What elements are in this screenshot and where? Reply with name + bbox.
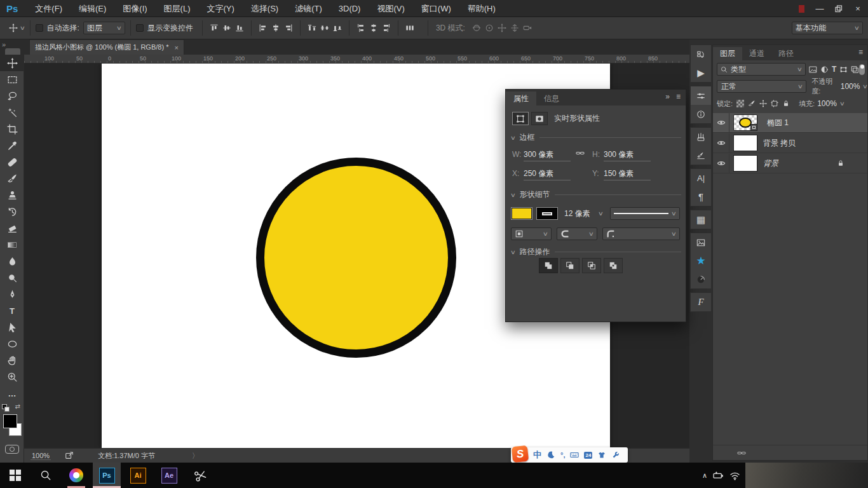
info-panel-button[interactable] <box>691 105 711 123</box>
panel-menu-icon[interactable]: ≡ <box>676 92 681 101</box>
visibility-toggle[interactable] <box>713 133 729 153</box>
align-top-edges-icon[interactable] <box>210 24 219 32</box>
tool-dodge[interactable] <box>0 269 24 286</box>
collapse-panel-icon[interactable]: » <box>665 92 670 101</box>
tool-clone-stamp[interactable] <box>0 187 24 203</box>
actions-panel-button[interactable]: ▶ <box>691 64 711 82</box>
border-section-header[interactable]: ∨ 边框 <box>511 132 681 143</box>
keyboard-icon[interactable] <box>570 451 579 459</box>
auto-select-checkbox[interactable] <box>36 24 43 32</box>
distribute-bottom-edges-icon[interactable] <box>333 24 342 32</box>
layer-name[interactable]: 背景 拷贝 <box>763 138 796 149</box>
favorites-panel-button[interactable]: ★ <box>691 252 711 270</box>
layer-thumbnail[interactable] <box>733 155 757 172</box>
workspace-switcher[interactable]: 基本功能 ∨ <box>792 22 863 34</box>
align-bottom-edges-icon[interactable] <box>235 24 244 32</box>
skin-shirt-icon[interactable] <box>597 451 606 459</box>
battery-icon[interactable] <box>713 470 724 481</box>
tab-channels[interactable]: 通道 <box>742 47 771 60</box>
punctuation-icon[interactable]: °, <box>560 447 565 463</box>
taskbar-photoshop-button[interactable]: Ps <box>93 463 121 488</box>
sogou-logo-icon[interactable]: S <box>512 445 529 462</box>
filter-type-layers-button[interactable]: T <box>832 65 836 74</box>
emoji-24-icon[interactable]: 24 <box>584 452 592 459</box>
filter-pixel-layers-button[interactable] <box>809 65 817 74</box>
status-expand-icon[interactable]: 〉 <box>192 451 199 461</box>
tab-properties[interactable]: 属性 <box>506 92 536 105</box>
tool-pen[interactable] <box>0 286 24 302</box>
close-tab-icon[interactable]: × <box>174 44 178 51</box>
menu-layer[interactable]: 图层(L) <box>156 0 199 17</box>
fill-value-field[interactable]: 100% <box>817 99 837 108</box>
combine-shapes-button[interactable] <box>539 258 558 273</box>
subtract-shape-button[interactable] <box>560 258 580 273</box>
menu-3d[interactable]: 3D(D) <box>330 0 369 17</box>
distribute-horizontal-centers-icon[interactable] <box>369 24 378 32</box>
tool-eraser[interactable] <box>0 220 24 236</box>
chevron-down-icon[interactable]: ∨ <box>839 100 845 107</box>
layer-name[interactable]: 椭圆 1 <box>767 118 789 128</box>
distribute-left-edges-icon[interactable] <box>356 24 365 32</box>
3d-roll-icon[interactable] <box>485 24 494 32</box>
taskbar-aftereffects-button[interactable]: Ae <box>155 463 183 488</box>
document-tab[interactable]: 描边风格小图标 @ 100% (椭圆 1, RGB/8) * × <box>29 39 184 55</box>
libraries-panel-button[interactable] <box>691 233 711 252</box>
chevron-down-icon[interactable]: ∨ <box>598 210 604 217</box>
lock-transparency-button[interactable] <box>736 100 744 107</box>
distribute-vertical-centers-icon[interactable] <box>320 24 329 32</box>
lock-all-button[interactable] <box>782 100 790 107</box>
align-left-edges-icon[interactable] <box>259 24 268 32</box>
ime-chinese-mode-button[interactable]: 中 <box>533 447 541 463</box>
3d-orbit-icon[interactable] <box>472 24 481 32</box>
blend-mode-dropdown[interactable]: 正常 ∨ <box>717 80 806 93</box>
layer-row-ellipse[interactable]: 椭圆 1 <box>713 113 867 133</box>
path-operations-section-header[interactable]: ∨ 路径操作 <box>511 247 681 257</box>
tool-move[interactable] <box>0 55 24 71</box>
share-icon[interactable] <box>65 451 74 460</box>
taskbar-screenshot-button[interactable] <box>186 463 214 488</box>
filter-shape-layers-button[interactable] <box>839 65 848 74</box>
toolbar-grip[interactable] <box>5 48 20 55</box>
3d-camera-icon[interactable] <box>523 24 532 32</box>
panel-menu-icon[interactable]: ≡ <box>858 48 863 57</box>
tool-more[interactable]: … <box>0 385 24 402</box>
height-value-field[interactable]: 300 像素 <box>604 149 651 161</box>
history-panel-button[interactable] <box>691 45 711 64</box>
tool-quick-select[interactable] <box>0 104 24 121</box>
chevron-down-icon[interactable]: ∨ <box>862 83 868 90</box>
lock-position-button[interactable] <box>759 100 767 107</box>
kuler-panel-button[interactable] <box>691 270 711 288</box>
quick-mask-button[interactable] <box>5 445 19 454</box>
tool-path-selection[interactable] <box>0 319 24 336</box>
tool-hand[interactable] <box>0 352 24 369</box>
opacity-value-field[interactable]: 100% <box>841 82 860 91</box>
properties-panel-button[interactable] <box>691 86 711 105</box>
character-panel-button[interactable]: A| <box>691 169 711 187</box>
tool-zoom[interactable] <box>0 369 24 385</box>
layer-row-background[interactable]: 背景 <box>713 154 867 173</box>
menu-edit[interactable]: 编辑(E) <box>71 0 114 17</box>
intersect-shapes-button[interactable] <box>582 258 601 273</box>
visibility-toggle[interactable] <box>713 113 729 133</box>
collapse-panels-icon[interactable]: » <box>2 41 5 48</box>
stroke-color-swatch[interactable] <box>536 207 558 220</box>
menu-help[interactable]: 帮助(H) <box>459 0 504 17</box>
link-dimensions-icon[interactable] <box>576 149 585 158</box>
tool-gradient[interactable] <box>0 236 24 253</box>
wifi-icon[interactable] <box>729 470 740 481</box>
tool-type[interactable]: T <box>0 302 24 319</box>
distribute-top-edges-icon[interactable] <box>308 24 316 32</box>
tab-layers[interactable]: 图层 <box>713 47 742 60</box>
brush-panel-button[interactable] <box>691 128 711 146</box>
moon-icon[interactable] <box>546 451 555 459</box>
brush-presets-button[interactable] <box>691 146 711 165</box>
minimize-button[interactable]: — <box>813 4 826 13</box>
filter-type-dropdown[interactable]: 类型 ∨ <box>717 63 806 76</box>
tool-history-brush[interactable] <box>0 203 24 220</box>
tool-brush[interactable] <box>0 170 24 187</box>
3d-slide-icon[interactable] <box>510 24 519 32</box>
start-button[interactable] <box>1 463 29 488</box>
tool-eyedropper[interactable] <box>0 137 24 154</box>
tool-crop[interactable] <box>0 121 24 137</box>
fill-color-swatch[interactable] <box>511 207 532 220</box>
